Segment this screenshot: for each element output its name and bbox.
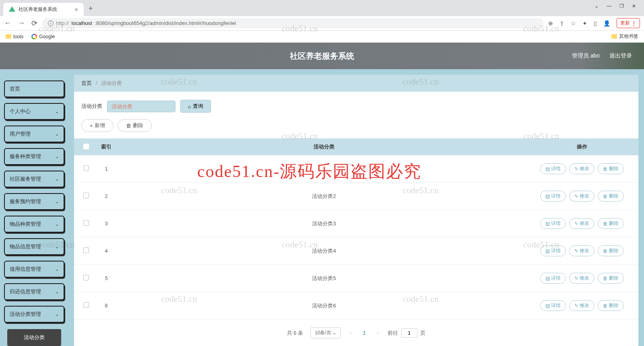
reload-icon[interactable]: ⟳ [31,19,37,28]
page-prev[interactable]: ‹ [348,330,353,336]
cell-index: 2 [94,193,118,199]
chevron-down-icon: ⌄ [55,267,59,272]
chevron-down-icon: ⌄ [55,109,59,114]
chevron-down-icon: ⌄ [332,330,336,336]
sidebar-submenu-item[interactable]: 活动分类 [7,329,61,346]
page-current[interactable]: 1 [361,330,368,336]
row-checkbox[interactable] [83,247,89,253]
forward-icon[interactable]: → [18,19,25,28]
sidebar-item[interactable]: 活动分类管理⌄ [4,306,64,323]
url-input[interactable]: i http://localhost:8080/springboot654g2/… [42,18,543,28]
cell-index: 4 [94,248,118,254]
edit-button[interactable]: ✎修改 [569,163,594,174]
maximize-icon[interactable]: ❐ [619,3,624,9]
search-button[interactable]: ⌕ 查询 [180,100,211,113]
close-window-icon[interactable]: ✕ [632,3,636,9]
page-next[interactable]: › [376,330,380,336]
breadcrumb-home[interactable]: 首页 [81,80,92,86]
trash-icon: 🗑 [126,123,131,129]
search-icon: ⌕ [188,103,191,109]
minimize-icon[interactable]: — [607,3,611,9]
doc-icon: ▤ [545,303,550,309]
sidebar-item-label: 首页 [10,85,20,93]
user-label[interactable]: 管理员 abo [572,52,600,60]
logout-link[interactable]: 退出登录 [609,52,632,60]
edit-button[interactable]: ✎修改 [569,191,594,202]
update-button[interactable]: 更新 ⋮ [617,18,640,28]
star-icon[interactable]: ☆ [571,20,576,27]
chevron-down-icon: ⌄ [55,154,59,159]
cell-category: 活动分类6 [118,302,530,309]
sidebar-item[interactable]: 物品信息管理⌄ [4,238,64,255]
add-button[interactable]: +新增 [81,119,114,132]
share-icon[interactable]: ⇪ [559,20,564,27]
info-icon[interactable]: i [48,21,54,26]
table-row: 4活动分类4▤详情✎修改🗑删除 [74,237,638,265]
table-row: 2活动分类2▤详情✎修改🗑删除 [74,183,638,210]
panel-icon[interactable]: ▯ [594,20,597,27]
detail-button[interactable]: ▤详情 [540,300,566,311]
profile-icon[interactable]: 👤 [603,20,610,27]
edit-button[interactable]: ✎修改 [569,218,594,229]
row-checkbox[interactable] [83,193,89,198]
cell-index: 3 [94,220,118,227]
window-dropdown-icon[interactable]: ⌄ [594,3,599,9]
page-size-select[interactable]: 10条/页 ⌄ [310,327,341,338]
edit-button[interactable]: ✎修改 [569,245,594,256]
sidebar-item[interactable]: 归还信息管理⌄ [4,283,64,300]
row-checkbox[interactable] [83,165,89,171]
sidebar-item[interactable]: 服务种类管理⌄ [4,148,64,165]
trash-icon: 🗑 [603,166,608,172]
edit-icon: ✎ [574,166,578,172]
bookmark-tools[interactable]: tools [6,34,23,39]
sidebar-item[interactable]: 物品种类管理⌄ [4,216,64,233]
close-icon[interactable]: × [75,6,78,13]
category-filter-input[interactable] [107,101,175,112]
page-total: 共 6 条 [287,330,303,337]
row-delete-button[interactable]: 🗑删除 [598,163,624,174]
row-checkbox[interactable] [83,302,89,308]
chevron-down-icon: ⌄ [55,312,59,317]
edit-button[interactable]: ✎修改 [569,273,594,284]
detail-button[interactable]: ▤详情 [540,245,566,256]
sidebar-item[interactable]: 借用信息管理⌄ [4,261,64,278]
th-ops: 操作 [530,143,634,150]
back-icon[interactable]: ← [4,19,11,28]
cell-category: 活动分类4 [118,247,530,255]
bookmark-google[interactable]: Google [31,34,55,39]
breadcrumb: 首页 / 活动分类 [74,75,638,92]
detail-button[interactable]: ▤详情 [540,191,566,202]
extensions-icon[interactable]: ✦ [582,20,587,27]
row-delete-button[interactable]: 🗑删除 [598,245,624,256]
edit-icon: ✎ [574,221,578,227]
sidebar-item[interactable]: 个人中心⌄ [4,103,64,120]
row-delete-button[interactable]: 🗑删除 [598,300,624,311]
edit-button[interactable]: ✎修改 [569,300,594,311]
doc-icon: ▤ [545,194,550,199]
select-all-checkbox[interactable] [83,144,89,149]
edit-icon: ✎ [574,276,578,281]
detail-button[interactable]: ▤详情 [540,163,566,174]
cell-category: 活动分类3 [118,220,530,227]
row-delete-button[interactable]: 🗑删除 [598,218,624,229]
doc-icon: ▤ [545,221,550,227]
filter-label: 活动分类 [81,103,102,110]
row-delete-button[interactable]: 🗑删除 [598,273,624,284]
delete-button[interactable]: 🗑删除 [118,119,152,132]
bookmark-other[interactable]: 其他书签 [611,33,638,40]
detail-button[interactable]: ▤详情 [540,218,566,229]
sidebar-item[interactable]: 社区服务管理⌄ [4,171,64,187]
detail-button[interactable]: ▤详情 [540,273,566,284]
sidebar-item[interactable]: 服务预约管理⌄ [4,193,64,210]
google-icon [31,34,37,39]
browser-tab[interactable]: 社区养老服务系统 × [3,3,84,16]
page-goto-input[interactable] [401,328,417,338]
row-checkbox[interactable] [83,275,89,280]
search-text-icon[interactable]: ⊕ [548,20,553,27]
sidebar-item-label: 服务种类管理 [10,153,41,160]
row-checkbox[interactable] [83,220,89,226]
sidebar-item[interactable]: 首页 [4,80,64,97]
row-delete-button[interactable]: 🗑删除 [598,191,624,202]
sidebar-item[interactable]: 用户管理⌄ [4,126,64,142]
new-tab-button[interactable]: + [84,1,98,16]
